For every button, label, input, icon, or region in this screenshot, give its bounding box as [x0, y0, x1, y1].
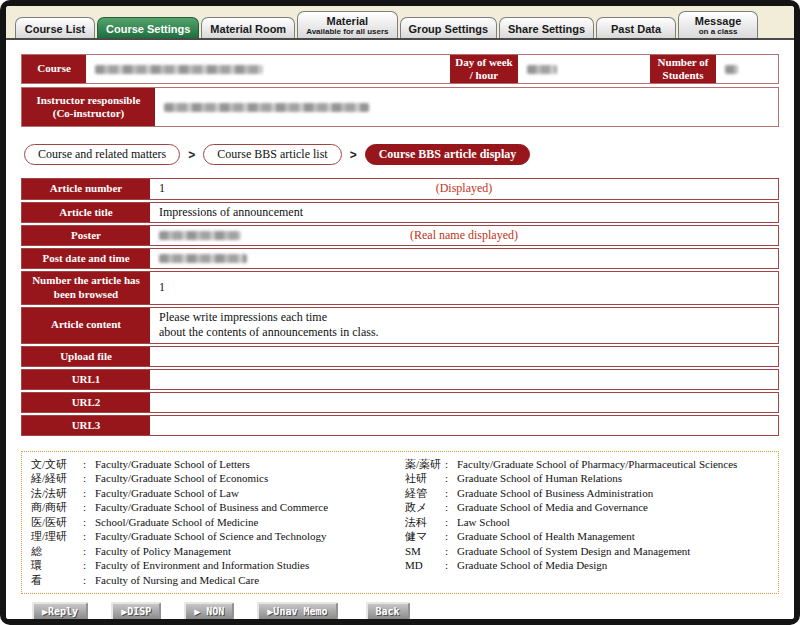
legend-separator: : — [83, 457, 95, 472]
legend-abbr: 環 — [31, 558, 83, 573]
tab-course-settings[interactable]: Course Settings — [97, 17, 199, 38]
breadcrumb: Course and related matters > Course BBS … — [24, 144, 779, 165]
disp-button[interactable]: ▶DISP — [111, 602, 161, 619]
course-header-row-2: Instructor responsible (Co-instructor) — [21, 87, 779, 127]
legend-desc: Graduate School of Health Management — [457, 529, 769, 544]
legend-separator: : — [83, 486, 95, 501]
course-name-redacted — [95, 65, 263, 74]
article-title-value: Impressions of announcement — [159, 205, 303, 221]
legend-item: 文/文研:Faculty/Graduate School of Letters — [31, 457, 405, 472]
course-label: Course — [22, 55, 86, 83]
legend-separator: : — [83, 500, 95, 515]
legend-abbr: 法科 — [405, 515, 445, 530]
tab-label: Past Data — [611, 23, 661, 35]
table-row-upload-file: Upload file — [21, 346, 779, 367]
non-button[interactable]: ▶ NON — [184, 602, 234, 619]
row-value — [150, 347, 778, 366]
tab-label: Group Settings — [409, 23, 488, 35]
legend-separator: : — [83, 544, 95, 559]
row-value: 1(Displayed) — [150, 179, 778, 199]
row-label: Post date and time — [22, 249, 150, 268]
legend-desc: Graduate School of System Design and Man… — [457, 544, 769, 559]
post-date-redacted — [159, 254, 247, 263]
tab-group-settings[interactable]: Group Settings — [400, 17, 497, 38]
legend-separator: : — [445, 500, 457, 515]
legend-item: SM:Graduate School of System Design and … — [405, 544, 769, 559]
legend-abbr: 経/経研 — [31, 471, 83, 486]
legend-desc: School/Graduate School of Medicine — [95, 515, 405, 530]
tab-course-list[interactable]: Course List — [15, 17, 95, 38]
legend-item: 商/商研:Faculty/Graduate School of Business… — [31, 500, 405, 515]
breadcrumb-bbs-article-list[interactable]: Course BBS article list — [203, 144, 341, 165]
legend-desc: Faculty of Policy Management — [95, 544, 405, 559]
row-value: Please write impressions each time about… — [150, 308, 778, 343]
row-value — [150, 416, 778, 435]
row-label: URL1 — [22, 370, 150, 389]
poster-name-redacted — [159, 231, 241, 240]
legend-separator: : — [83, 471, 95, 486]
tab-share-settings[interactable]: Share Settings — [499, 17, 594, 38]
row-value — [150, 370, 778, 389]
number-of-students-redacted — [725, 65, 738, 74]
day-of-week-value — [518, 55, 650, 83]
row-value: (Real name displayed) — [150, 226, 778, 245]
legend-desc: Graduate School of Business Administrati… — [457, 486, 769, 501]
legend-separator: : — [445, 529, 457, 544]
breadcrumb-bbs-article-display: Course BBS article display — [365, 144, 531, 165]
legend-item: 社研:Graduate School of Human Relations — [405, 471, 769, 486]
legend-desc: Graduate School of Media Design — [457, 558, 769, 573]
real-name-annotation: (Real name displayed) — [410, 228, 518, 244]
course-header: Course Day of week / hour Number of Stud… — [21, 54, 779, 127]
legend-desc: Faculty/Graduate School of Pharmacy/Phar… — [457, 457, 769, 472]
legend-separator: : — [445, 457, 457, 472]
legend-abbr: 政メ — [405, 500, 445, 515]
row-value: 1 — [150, 272, 778, 304]
window-frame: Course List Course Settings Material Roo… — [0, 0, 800, 625]
breadcrumb-course-related-matters[interactable]: Course and related matters — [24, 144, 180, 165]
legend-desc: Faculty/Graduate School of Letters — [95, 457, 405, 472]
row-value — [150, 393, 778, 412]
table-row-url2: URL2 — [21, 392, 779, 413]
instructor-redacted — [164, 103, 369, 112]
tab-material-all-users[interactable]: Material Available for all users — [297, 11, 397, 38]
row-value: Impressions of announcement — [150, 203, 778, 223]
article-number-value: 1 — [159, 181, 165, 197]
unav-memo-button[interactable]: ▶Unav Memo — [257, 602, 337, 619]
legend-separator: : — [445, 471, 457, 486]
legend-abbr: 社研 — [405, 471, 445, 486]
legend-item: 法科:Law School — [405, 515, 769, 530]
legend-separator: : — [83, 573, 95, 588]
table-row-article-content: Article content Please write impressions… — [21, 307, 779, 344]
row-value — [150, 249, 778, 268]
back-button[interactable]: Back — [366, 602, 410, 619]
legend-abbr: 薬/薬研 — [405, 457, 445, 472]
legend-item: 経/経研:Faculty/Graduate School of Economic… — [31, 471, 405, 486]
tab-bar: Course List Course Settings Material Roo… — [6, 6, 794, 40]
legend-item: 政メ:Graduate School of Media and Governan… — [405, 500, 769, 515]
table-row-url1: URL1 — [21, 369, 779, 390]
legend-abbr: 法/法研 — [31, 486, 83, 501]
tab-message-on-class[interactable]: Message on a class — [678, 11, 758, 38]
table-row-poster: Poster (Real name displayed) — [21, 225, 779, 246]
tab-label: Share Settings — [508, 23, 585, 35]
legend-item: 健マ:Graduate School of Health Management — [405, 529, 769, 544]
row-label: Article number — [22, 179, 150, 199]
table-row-article-number: Article number 1(Displayed) — [21, 178, 779, 200]
legend-separator: : — [445, 544, 457, 559]
tab-past-data[interactable]: Past Data — [596, 17, 676, 38]
row-label: URL2 — [22, 393, 150, 412]
legend-item: 環:Faculty of Environment and Information… — [31, 558, 405, 573]
table-row-article-title: Article title Impressions of announcemen… — [21, 202, 779, 224]
tab-material-room[interactable]: Material Room — [201, 17, 295, 38]
tab-label: Material — [327, 15, 369, 27]
article-table: Article number 1(Displayed) Article titl… — [21, 178, 779, 436]
legend-item: 理/理研:Faculty/Graduate School of Science … — [31, 529, 405, 544]
action-bar: ▶Reply ▶DISP ▶ NON ▶Unav Memo Back — [32, 602, 779, 619]
legend-item: 看:Faculty of Nursing and Medical Care — [31, 573, 405, 588]
legend-item: 薬/薬研:Faculty/Graduate School of Pharmacy… — [405, 457, 769, 472]
reply-button[interactable]: ▶Reply — [32, 602, 88, 619]
tab-label: Course List — [25, 23, 86, 35]
displayed-annotation: (Displayed) — [436, 181, 493, 197]
number-of-students-value — [716, 55, 778, 83]
legend-desc: Graduate School of Media and Governance — [457, 500, 769, 515]
